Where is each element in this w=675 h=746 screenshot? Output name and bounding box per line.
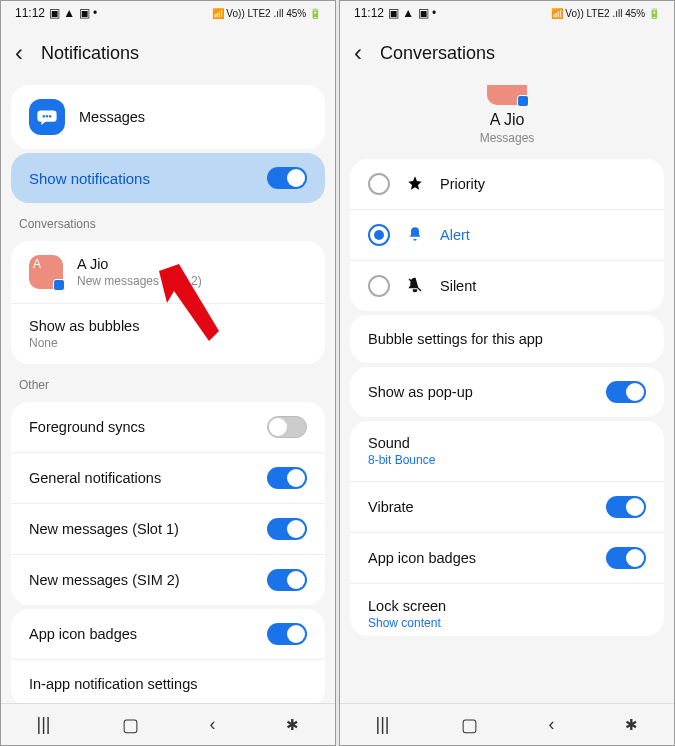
home-button[interactable]: ▢ <box>461 714 478 736</box>
lock-screen-row[interactable]: Lock screen Show content <box>350 583 664 636</box>
show-as-bubbles-row[interactable]: Show as bubbles None <box>11 303 325 364</box>
vibrate-label: Vibrate <box>368 499 592 515</box>
lock-title: Lock screen <box>368 598 646 614</box>
svg-point-0 <box>43 115 45 117</box>
show-as-popup-row[interactable]: Show as pop-up <box>350 367 664 417</box>
bottom-card: App icon badges In-app notification sett… <box>11 609 325 703</box>
popup-label: Show as pop-up <box>368 384 592 400</box>
phone-right: 11:12 ▣ ▲ ▣ • 📶 Vo)) LTE2 .ıll 45% 🔋 ‹ C… <box>339 0 675 746</box>
recents-button[interactable]: ||| <box>375 714 389 735</box>
new-messages-sim2-toggle[interactable] <box>267 569 307 591</box>
home-button[interactable]: ▢ <box>122 714 139 736</box>
contact-name: A Jio <box>340 111 674 129</box>
show-as-popup-toggle[interactable] <box>606 381 646 403</box>
other-card: Foreground syncs General notifications N… <box>11 402 325 605</box>
option-label: Silent <box>440 278 476 294</box>
accessibility-button[interactable]: ✱ <box>625 716 638 734</box>
svg-point-2 <box>49 115 51 117</box>
header: ‹ Conversations <box>340 25 674 81</box>
page-title: Conversations <box>380 43 495 64</box>
phone-left: 11:12 ▣ ▲ ▣ • 📶 Vo)) LTE2 .ıll 45% 🔋 ‹ N… <box>0 0 336 746</box>
other-label: General notifications <box>29 470 253 486</box>
bell-icon <box>404 226 426 245</box>
conversation-name: A Jio <box>77 256 307 272</box>
new-messages-slot1-toggle[interactable] <box>267 518 307 540</box>
other-label: Foreground syncs <box>29 419 253 435</box>
alert-option[interactable]: Alert <box>350 209 664 260</box>
foreground-syncs-row[interactable]: Foreground syncs <box>11 402 325 452</box>
app-card: Messages <box>11 85 325 149</box>
alert-radio[interactable] <box>368 224 390 246</box>
page-title: Notifications <box>41 43 139 64</box>
contact-sub: Messages <box>340 131 674 145</box>
app-icon-badges-toggle[interactable] <box>606 547 646 569</box>
status-time: 11:12 <box>15 6 45 20</box>
new-messages-slot1-row[interactable]: New messages (Slot 1) <box>11 503 325 554</box>
app-icon-badges-row[interactable]: App icon badges <box>350 532 664 583</box>
show-notifications-label: Show notifications <box>29 170 150 187</box>
show-notifications-toggle[interactable] <box>267 167 307 189</box>
status-icons-right: 📶 Vo)) LTE2 .ıll 45% 🔋 <box>551 8 660 19</box>
badges-label: App icon badges <box>29 626 253 642</box>
other-label: New messages (Slot 1) <box>29 521 253 537</box>
section-conversations: Conversations <box>1 207 335 237</box>
avatar-initial: A <box>33 257 41 271</box>
bubble-settings-card: Bubble settings for this app <box>350 315 664 363</box>
bubble-settings-row[interactable]: Bubble settings for this app <box>350 315 664 363</box>
status-bar: 11:12 ▣ ▲ ▣ • 📶 Vo)) LTE2 .ıll 45% 🔋 <box>340 1 674 25</box>
status-icons-left: ▣ ▲ ▣ • <box>49 6 97 20</box>
svg-point-1 <box>46 115 48 117</box>
nav-bar: ||| ▢ ‹ ✱ <box>340 703 674 745</box>
other-label: New messages (SIM 2) <box>29 572 253 588</box>
settings-card: Sound 8-bit Bounce Vibrate App icon badg… <box>350 421 664 636</box>
app-icon-badges-row[interactable]: App icon badges <box>11 609 325 659</box>
conversation-sub: New messages (SIM 2) <box>77 274 307 288</box>
in-app-settings-row[interactable]: In-app notification settings <box>11 659 325 703</box>
new-messages-sim2-row[interactable]: New messages (SIM 2) <box>11 554 325 605</box>
silent-radio[interactable] <box>368 275 390 297</box>
avatar-badge-icon <box>517 95 529 107</box>
app-name: Messages <box>79 109 307 125</box>
conversation-header: A Jio Messages <box>340 81 674 155</box>
recents-button[interactable]: ||| <box>36 714 50 735</box>
sound-sub: 8-bit Bounce <box>368 453 646 467</box>
content-right: A Jio Messages Priority Alert <box>340 81 674 703</box>
vibrate-row[interactable]: Vibrate <box>350 481 664 532</box>
status-bar: 11:12 ▣ ▲ ▣ • 📶 Vo)) LTE2 .ıll 45% 🔋 <box>1 1 335 25</box>
general-notifications-row[interactable]: General notifications <box>11 452 325 503</box>
app-icon-badges-toggle[interactable] <box>267 623 307 645</box>
app-row[interactable]: Messages <box>11 85 325 149</box>
alert-options-card: Priority Alert Silent <box>350 159 664 311</box>
sound-row[interactable]: Sound 8-bit Bounce <box>350 421 664 481</box>
lock-sub: Show content <box>368 616 646 630</box>
badges-label: App icon badges <box>368 550 592 566</box>
content-left: Messages Show notifications Conversation… <box>1 81 335 703</box>
general-notifications-toggle[interactable] <box>267 467 307 489</box>
back-nav-button[interactable]: ‹ <box>209 714 215 735</box>
back-nav-button[interactable]: ‹ <box>548 714 554 735</box>
bell-off-icon <box>404 277 426 296</box>
conversation-item[interactable]: A A Jio New messages (SIM 2) <box>11 241 325 303</box>
status-icons-left: ▣ ▲ ▣ • <box>388 6 436 20</box>
conversations-card: A A Jio New messages (SIM 2) Show as bub… <box>11 241 325 364</box>
sound-title: Sound <box>368 435 646 451</box>
vibrate-toggle[interactable] <box>606 496 646 518</box>
bubble-settings-label: Bubble settings for this app <box>368 331 646 347</box>
star-icon <box>404 175 426 194</box>
option-label: Priority <box>440 176 485 192</box>
priority-radio[interactable] <box>368 173 390 195</box>
accessibility-button[interactable]: ✱ <box>286 716 299 734</box>
back-button[interactable]: ‹ <box>15 41 23 65</box>
back-button[interactable]: ‹ <box>354 41 362 65</box>
foreground-syncs-toggle[interactable] <box>267 416 307 438</box>
silent-option[interactable]: Silent <box>350 260 664 311</box>
status-time: 11:12 <box>354 6 384 20</box>
show-notifications-row[interactable]: Show notifications <box>11 153 325 203</box>
bubbles-title: Show as bubbles <box>29 318 307 334</box>
bubbles-sub: None <box>29 336 307 350</box>
messages-app-icon <box>29 99 65 135</box>
status-icons-right: 📶 Vo)) LTE2 .ıll 45% 🔋 <box>212 8 321 19</box>
priority-option[interactable]: Priority <box>350 159 664 209</box>
popup-card: Show as pop-up <box>350 367 664 417</box>
avatar-icon <box>487 85 527 105</box>
